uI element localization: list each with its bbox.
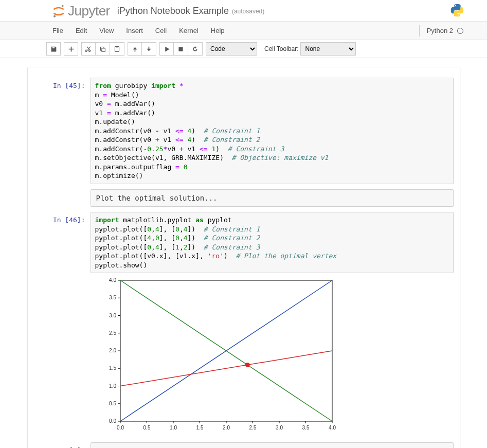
menu-edit[interactable]: Edit	[69, 24, 93, 38]
svg-text:3.0: 3.0	[276, 425, 283, 431]
svg-text:3.0: 3.0	[109, 313, 116, 318]
celltype-select[interactable]: Code	[206, 42, 257, 56]
code-cell[interactable]: In [ ]:	[34, 442, 454, 448]
svg-text:2.5: 2.5	[249, 425, 256, 431]
code-cell[interactable]: In [46]: import matplotlib.pyplot as pyp…	[34, 212, 454, 273]
jupyter-planet-icon	[51, 4, 66, 19]
svg-point-0	[62, 5, 64, 7]
kernel-idle-icon	[457, 28, 463, 34]
save-button[interactable]	[46, 42, 61, 56]
paste-button[interactable]	[110, 42, 124, 56]
autosave-status: (autosaved)	[232, 8, 264, 15]
svg-text:0.5: 0.5	[109, 401, 116, 406]
kernel-name: Python 2	[427, 27, 453, 34]
svg-point-1	[53, 15, 56, 17]
move-down-button[interactable]	[142, 42, 156, 56]
menubar: File Edit View Insert Cell Kernel Help P…	[0, 22, 487, 40]
code-input[interactable]: import matplotlib.pyplot as pyplot pyplo…	[91, 212, 454, 273]
svg-text:2.0: 2.0	[109, 348, 116, 353]
svg-text:0.0: 0.0	[117, 425, 124, 431]
cut-button[interactable]	[81, 42, 96, 56]
menu-view[interactable]: View	[93, 24, 120, 38]
code-input[interactable]	[91, 442, 454, 448]
plot-output: 0.00.51.01.52.02.53.03.54.00.00.51.01.52…	[91, 276, 454, 437]
markdown-content[interactable]: Plot the optimal solution...	[91, 189, 454, 207]
svg-text:2.5: 2.5	[109, 330, 116, 336]
input-prompt: In [46]:	[34, 212, 91, 273]
svg-text:0.0: 0.0	[109, 418, 116, 424]
svg-rect-5	[116, 46, 118, 47]
logo-text: Jupyter	[68, 3, 110, 19]
input-prompt: In [ ]:	[34, 442, 91, 448]
svg-text:1.5: 1.5	[109, 366, 116, 371]
toolbar: Code Cell Toolbar: None	[0, 40, 487, 58]
move-up-button[interactable]	[128, 42, 142, 56]
header: Jupyter iPython Notebook Example (autosa…	[0, 0, 487, 22]
input-prompt	[34, 189, 91, 207]
output-prompt	[34, 276, 91, 437]
cell-toolbar-label: Cell Toolbar:	[264, 45, 298, 52]
menu-help[interactable]: Help	[205, 24, 231, 38]
menu-file[interactable]: File	[46, 24, 69, 38]
svg-text:1.5: 1.5	[196, 425, 203, 431]
svg-rect-6	[178, 47, 183, 51]
code-cell[interactable]: In [45]: from gurobipy import * m = Mode…	[34, 78, 454, 184]
input-prompt: In [45]:	[34, 78, 91, 184]
matplotlib-plot: 0.00.51.01.52.02.53.03.54.00.00.51.01.52…	[96, 276, 337, 436]
restart-button[interactable]	[188, 42, 203, 56]
svg-rect-3	[102, 48, 105, 51]
svg-point-44	[245, 363, 249, 367]
notebook-container: In [45]: from gurobipy import * m = Mode…	[28, 67, 460, 448]
svg-text:4.0: 4.0	[329, 425, 336, 431]
svg-text:1.0: 1.0	[109, 383, 116, 389]
svg-text:2.0: 2.0	[223, 425, 230, 431]
svg-text:1.0: 1.0	[170, 425, 177, 431]
svg-text:3.5: 3.5	[302, 425, 309, 431]
celltoolbar-select[interactable]: None	[300, 42, 356, 56]
menu-cell[interactable]: Cell	[149, 24, 173, 38]
kernel-indicator: Python 2	[419, 25, 468, 37]
menu-kernel[interactable]: Kernel	[173, 24, 205, 38]
code-input[interactable]: from gurobipy import * m = Model() v0 = …	[91, 78, 454, 184]
menu-insert[interactable]: Insert	[120, 24, 149, 38]
svg-text:0.5: 0.5	[143, 425, 150, 431]
markdown-cell[interactable]: Plot the optimal solution...	[34, 189, 454, 207]
svg-text:3.5: 3.5	[109, 295, 116, 301]
run-button[interactable]	[159, 42, 174, 56]
interrupt-button[interactable]	[174, 42, 188, 56]
jupyter-logo[interactable]: Jupyter	[51, 3, 110, 19]
output-cell: 0.00.51.01.52.02.53.03.54.00.00.51.01.52…	[34, 276, 454, 437]
python-logo-icon	[450, 3, 464, 19]
notebook-name[interactable]: iPython Notebook Example	[117, 6, 229, 16]
svg-text:4.0: 4.0	[109, 277, 116, 283]
add-cell-button[interactable]	[64, 42, 78, 56]
copy-button[interactable]	[96, 42, 110, 56]
